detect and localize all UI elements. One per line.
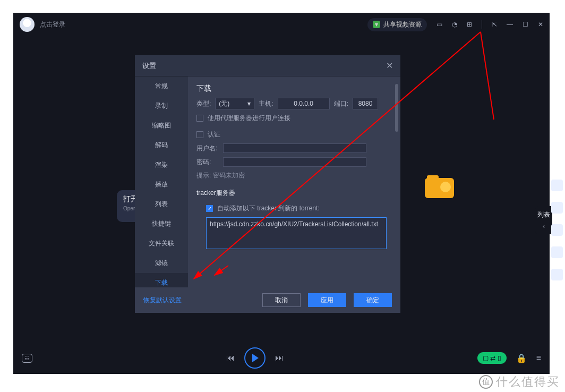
tool-3[interactable] xyxy=(551,224,563,236)
auto-add-tracker-checkbox[interactable]: ✓ xyxy=(206,205,213,212)
port-label: 端口: xyxy=(334,99,348,108)
login-text[interactable]: 点击登录 xyxy=(40,20,65,29)
nav-list[interactable]: 列表 xyxy=(135,194,188,214)
type-label: 类型: xyxy=(196,99,211,108)
password-input[interactable] xyxy=(223,157,366,167)
settings-dialog: 设置 ✕ 常规 录制 缩略图 解码 渲染 播放 列表 快捷键 文件关联 滤镜 下… xyxy=(135,55,400,313)
apply-button[interactable]: 应用 xyxy=(308,293,346,307)
nav-file-assoc[interactable]: 文件关联 xyxy=(135,234,188,253)
proxy-user-label: 使用代理服务器进行用户连接 xyxy=(208,114,290,123)
pin-icon[interactable]: ⇱ xyxy=(492,21,497,28)
scrollbar[interactable] xyxy=(395,84,398,132)
play-icon xyxy=(252,354,259,362)
close-icon[interactable]: ✕ xyxy=(538,21,543,28)
grid-icon[interactable]: ⊞ xyxy=(467,21,472,28)
dialog-footer: 恢复默认设置 取消 应用 确定 xyxy=(135,287,400,313)
username-input[interactable] xyxy=(223,143,366,153)
restore-defaults-link[interactable]: 恢复默认设置 xyxy=(143,296,182,305)
menu-icon[interactable]: ≡ xyxy=(536,353,541,363)
play-button[interactable] xyxy=(244,347,266,369)
password-hint: 提示: 密码未加密 xyxy=(196,171,392,180)
password-label: 密码: xyxy=(196,158,219,167)
lock-icon[interactable]: 🔒 xyxy=(516,353,527,363)
share-pill[interactable]: ▾ 共享视频资源 xyxy=(367,18,427,31)
dialog-header: 设置 ✕ xyxy=(135,55,400,76)
subtitle-icon[interactable]: ☷ xyxy=(22,354,32,363)
nav-record[interactable]: 录制 xyxy=(135,96,188,116)
next-icon[interactable]: ⏭ xyxy=(275,353,284,363)
username-label: 用户名: xyxy=(196,144,219,153)
watermark-text: 什么值得买 xyxy=(496,374,560,390)
gift-icon[interactable]: ▭ xyxy=(436,21,442,28)
ok-button[interactable]: 确定 xyxy=(354,293,392,307)
bell-icon[interactable]: ◔ xyxy=(452,21,457,28)
dialog-title: 设置 xyxy=(142,61,156,71)
download-heading: 下载 xyxy=(196,84,392,93)
remote-folder-icon[interactable] xyxy=(425,174,454,198)
nav-decode[interactable]: 解码 xyxy=(135,135,188,155)
proxy-user-checkbox[interactable] xyxy=(196,115,203,122)
titlebar: 点击登录 ▾ 共享视频资源 ▭ ◔ ⊞ ⇱ — ☐ ✕ xyxy=(13,13,550,36)
cancel-button[interactable]: 取消 xyxy=(262,293,301,307)
avatar[interactable] xyxy=(20,17,35,32)
host-input[interactable] xyxy=(278,98,330,109)
tool-2[interactable] xyxy=(551,202,563,214)
auth-label: 认证 xyxy=(208,130,220,139)
settings-content: 下载 类型: (无)▾ 主机: 端口: 使用代理服务器进行用户连接 认证 用户名… xyxy=(188,76,400,287)
tracker-heading: tracker服务器 xyxy=(196,189,392,198)
nav-download[interactable]: 下载 xyxy=(135,273,188,287)
right-toolbar xyxy=(549,175,565,285)
dialog-close-icon[interactable]: ✕ xyxy=(386,61,393,71)
nav-hotkey[interactable]: 快捷键 xyxy=(135,214,188,234)
nav-filter[interactable]: 滤镜 xyxy=(135,253,188,273)
nav-playback[interactable]: 播放 xyxy=(135,175,188,194)
tool-5[interactable] xyxy=(551,269,563,280)
player-bar: ☷ ⏮ ⏭ ▢ ⇄ ▯ 🔒 ≡ xyxy=(13,342,550,374)
settings-nav: 常规 录制 缩略图 解码 渲染 播放 列表 快捷键 文件关联 滤镜 下载 xyxy=(135,76,188,287)
android-icon: ▾ xyxy=(373,21,380,28)
watermark: 值 什么值得买 xyxy=(479,374,560,390)
auto-add-tracker-label: 自动添加以下 tracker 到新的 torrent: xyxy=(217,204,320,213)
host-label: 主机: xyxy=(259,99,273,108)
prev-icon[interactable]: ⏮ xyxy=(226,353,235,363)
tool-4[interactable] xyxy=(551,246,563,258)
watermark-badge: 值 xyxy=(479,375,493,389)
nav-render[interactable]: 渲染 xyxy=(135,155,188,175)
tracker-url-textarea[interactable]: https://jsd.cdn.zzko.cn/gh/XIU2/Trackers… xyxy=(206,217,387,249)
auth-checkbox[interactable] xyxy=(196,131,203,138)
nav-general[interactable]: 常规 xyxy=(135,76,188,96)
separator xyxy=(482,20,482,29)
nav-thumbnail[interactable]: 缩略图 xyxy=(135,116,188,135)
port-input[interactable] xyxy=(353,98,378,109)
sync-badge[interactable]: ▢ ⇄ ▯ xyxy=(477,352,507,364)
type-select[interactable]: (无)▾ xyxy=(215,98,254,109)
maximize-icon[interactable]: ☐ xyxy=(523,21,528,28)
minimize-icon[interactable]: — xyxy=(507,21,513,28)
chevron-down-icon: ▾ xyxy=(247,100,251,107)
tool-1[interactable] xyxy=(551,180,563,191)
